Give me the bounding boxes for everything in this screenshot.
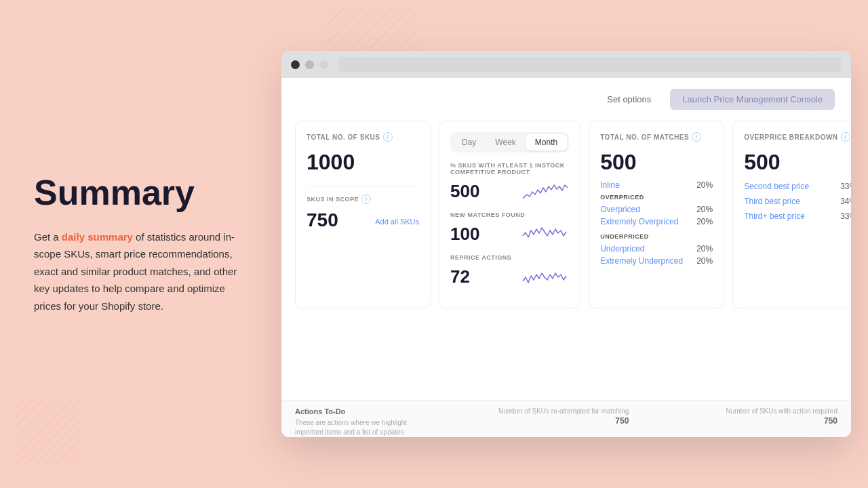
set-options-button[interactable]: Set options	[599, 90, 659, 108]
sku-scope-value: 750	[307, 209, 338, 231]
third-plus-link[interactable]: Third+ best price	[744, 211, 805, 221]
page-heading: Summary	[34, 174, 248, 212]
match-overpriced-link[interactable]: Overpriced	[600, 205, 640, 214]
overprice-info-icon[interactable]: i	[841, 132, 850, 142]
browser-content: Set options Launch Price Management Cons…	[281, 78, 851, 437]
overprice-card-title: OVERPRICE BREAKDOWN i	[744, 132, 851, 142]
metric-reprice-label: REPRICE ACTIONS	[450, 254, 569, 261]
match-extremely-underpriced: Extremely Underpriced 20%	[600, 256, 713, 266]
match-underpriced-link[interactable]: Underpriced	[600, 244, 644, 253]
metric-new-matches: NEW MATCHES FOUND 100	[450, 211, 569, 246]
breakdown-items: Second best price 33% Third best price 3…	[744, 182, 851, 221]
actions-section: Actions To-Do These are actions where we…	[295, 407, 498, 437]
underpriced-title: UNDERPRICED	[600, 233, 713, 240]
metric-instock-value: 500	[450, 181, 479, 202]
add-all-skus-link[interactable]: Add all SKUs	[375, 218, 419, 226]
metric-new-matches-value: 100	[450, 224, 479, 245]
match-extremely-overpriced-pct: 20%	[696, 217, 713, 226]
overpriced-section: OVERPRICED Overpriced 20% Extremely Over…	[600, 194, 713, 226]
metric-reprice: REPRICE ACTIONS 72	[450, 254, 569, 289]
sku-in-scope-section: SKUS IN SCOPE i 750 Add all SKUs	[307, 186, 419, 234]
breakdown-second-best: Second best price 33%	[744, 182, 851, 191]
sku-total-value: 1000	[307, 150, 419, 175]
metric-instock: % SKUS WITH ATLEAST 1 INSTOCK COMPETITIV…	[450, 162, 569, 203]
match-extremely-overpriced-link[interactable]: Extremely Overpriced	[600, 217, 678, 226]
metric-reprice-value: 72	[450, 266, 470, 287]
matches-card: TOTAL NO. OF MATCHES i 500 Inline 20% OV…	[589, 121, 724, 308]
stat1-label: Number of SKUs re-attempted for matching	[498, 407, 629, 415]
url-bar[interactable]	[339, 57, 842, 72]
time-tab-row: Day Week Month	[450, 132, 569, 152]
third-best-pct: 34%	[840, 197, 851, 206]
matches-card-title: TOTAL NO. OF MATCHES i	[600, 132, 713, 142]
dot-minimize[interactable]	[305, 60, 314, 69]
sku-scope-row: 750 Add all SKUs	[307, 209, 419, 234]
sparkline-reprice	[521, 265, 569, 289]
match-underpriced: Underpriced 20%	[600, 244, 713, 253]
third-best-link[interactable]: Third best price	[744, 197, 800, 206]
second-best-pct: 33%	[840, 182, 851, 191]
launch-console-button[interactable]: Launch Price Management Console	[670, 89, 835, 110]
bottom-stat-2: Number of SKUs with action required 750	[726, 407, 837, 426]
browser-window: Set options Launch Price Management Cons…	[281, 51, 851, 437]
stat1-value: 750	[498, 416, 629, 426]
overpriced-title: OVERPRICED	[600, 194, 713, 201]
match-extremely-overpriced: Extremely Overpriced 20%	[600, 217, 713, 226]
breakdown-third-best: Third best price 34%	[744, 197, 851, 206]
match-inline: Inline 20%	[600, 180, 713, 190]
scope-info-icon[interactable]: i	[361, 195, 371, 204]
tab-month[interactable]: Month	[526, 134, 567, 150]
actions-title: Actions To-Do	[295, 407, 498, 415]
top-bar: Set options Launch Price Management Cons…	[281, 78, 851, 121]
desc-prefix: Get a	[34, 231, 62, 243]
middle-card: Day Week Month % SKUS WITH ATLEAST 1 INS…	[439, 121, 580, 308]
tab-week[interactable]: Week	[486, 134, 525, 150]
matches-total-value: 500	[600, 150, 713, 175]
match-overpriced-pct: 20%	[696, 205, 713, 214]
third-plus-pct: 33%	[840, 211, 851, 221]
dot-maximize[interactable]	[319, 60, 328, 69]
description-text: Get a daily summary of statistics around…	[34, 228, 248, 315]
matches-info-icon[interactable]: i	[692, 132, 701, 142]
match-overpriced: Overpriced 20%	[600, 205, 713, 214]
match-inline-link[interactable]: Inline	[600, 180, 620, 190]
stat2-value: 750	[726, 416, 837, 426]
overprice-total-value: 500	[744, 150, 851, 175]
sku-info-icon[interactable]: i	[383, 132, 393, 142]
bottom-bar: Actions To-Do These are actions where we…	[281, 400, 851, 437]
sku-card-title: TOTAL NO. OF SKUS i	[307, 132, 419, 142]
actions-desc: These are actions where we highlight imp…	[295, 418, 498, 437]
match-extremely-underpriced-pct: 20%	[696, 256, 713, 266]
match-underpriced-pct: 20%	[696, 244, 713, 253]
underpriced-section: UNDERPRICED Underpriced 20% Extremely Un…	[600, 233, 713, 266]
bottom-stat-1: Number of SKUs re-attempted for matching…	[498, 407, 629, 426]
overprice-card: OVERPRICE BREAKDOWN i 500 Second best pr…	[732, 121, 851, 308]
desc-suffix: of statistics around in-scope SKUs, smar…	[34, 231, 237, 312]
metric-new-matches-label: NEW MATCHES FOUND	[450, 211, 569, 218]
desc-highlight: daily summary	[62, 231, 133, 243]
browser-toolbar	[281, 51, 851, 78]
match-extremely-underpriced-link[interactable]: Extremely Underpriced	[600, 256, 683, 266]
sparkline-instock	[521, 180, 569, 203]
sku-card: TOTAL NO. OF SKUS i 1000 SKUS IN SCOPE i…	[295, 121, 431, 308]
stat2-label: Number of SKUs with action required	[726, 407, 837, 415]
second-best-link[interactable]: Second best price	[744, 182, 809, 191]
match-inline-pct: 20%	[696, 180, 713, 190]
dot-close[interactable]	[291, 60, 300, 69]
breakdown-third-plus: Third+ best price 33%	[744, 211, 851, 221]
metric-instock-label: % SKUS WITH ATLEAST 1 INSTOCK COMPETITIV…	[450, 162, 569, 176]
sparkline-matches	[521, 222, 569, 246]
dashboard-grid: TOTAL NO. OF SKUS i 1000 SKUS IN SCOPE i…	[281, 121, 851, 317]
tab-day[interactable]: Day	[452, 134, 486, 150]
left-panel: Summary Get a daily summary of statistic…	[0, 0, 281, 488]
bottom-stats: Number of SKUs re-attempted for matching…	[498, 407, 837, 426]
